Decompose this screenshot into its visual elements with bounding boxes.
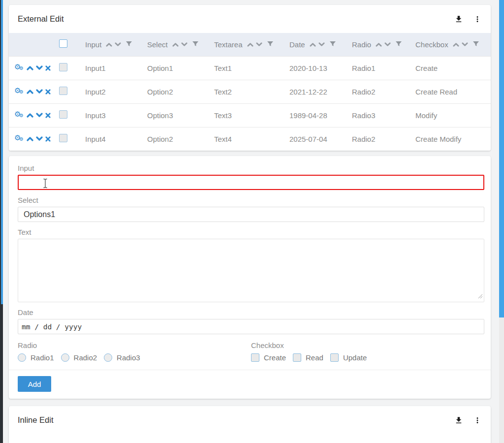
row-checkbox[interactable]: [59, 87, 67, 95]
column-label: Select: [147, 40, 168, 49]
data-table: Input Select: [9, 33, 491, 151]
row-check-cell: [55, 56, 81, 80]
resize-handle-icon[interactable]: [478, 292, 483, 301]
card-title: External Edit: [18, 14, 454, 24]
sort-up-icon[interactable]: [247, 42, 253, 47]
delete-icon[interactable]: [45, 136, 51, 142]
checkbox-create[interactable]: [251, 353, 259, 362]
move-up-icon[interactable]: [27, 136, 33, 141]
kebab-menu-icon[interactable]: [473, 15, 482, 24]
radio-radio3[interactable]: [104, 353, 112, 362]
left-scrollbar-thumb[interactable]: [1, 0, 3, 304]
settings-icon[interactable]: ⚙⚙: [14, 87, 24, 96]
move-down-icon[interactable]: [36, 136, 43, 141]
row-check-cell: [55, 103, 81, 127]
column-label: Input: [85, 40, 101, 49]
download-icon[interactable]: [454, 416, 463, 425]
column-label: Textarea: [214, 40, 243, 49]
cell-input: Input2: [81, 80, 143, 103]
cell-radio: Radio3: [348, 103, 411, 127]
settings-icon[interactable]: ⚙⚙: [14, 134, 24, 143]
kebab-menu-icon[interactable]: [473, 416, 482, 425]
date-field[interactable]: mm / dd / yyyy: [18, 319, 484, 334]
column-header-input: Input: [81, 33, 143, 56]
table-row: ⚙⚙ Input3 Option3 Text3 1989-04-28 Radio…: [9, 103, 491, 127]
filter-icon[interactable]: [267, 41, 273, 47]
sort-up-icon[interactable]: [310, 42, 316, 47]
sort-up-icon[interactable]: [172, 42, 179, 47]
checkbox-option-label: Update: [343, 353, 367, 362]
cell-date: 2025-07-04: [285, 127, 348, 151]
download-icon[interactable]: [454, 15, 463, 24]
add-form-card: Input Select Options1 Text: [9, 156, 491, 399]
delete-icon[interactable]: [45, 65, 51, 71]
right-scrollbar-thumb[interactable]: [499, 0, 504, 317]
move-down-icon[interactable]: [36, 89, 43, 94]
column-header-textarea: Textarea: [210, 33, 285, 56]
cell-textarea: Text1: [210, 56, 285, 80]
checkbox-update[interactable]: [330, 353, 339, 362]
date-placeholder: mm / dd / yyyy: [22, 323, 82, 331]
select-all-header: [55, 33, 81, 56]
sort-up-icon[interactable]: [106, 42, 112, 47]
column-header-select: Select: [143, 33, 210, 56]
column-header-date: Date: [285, 33, 348, 56]
select-all-checkbox[interactable]: [59, 39, 67, 48]
sort-down-icon[interactable]: [256, 42, 262, 47]
radio-group-label: Radio: [18, 341, 251, 349]
row-checkbox[interactable]: [59, 110, 67, 119]
checkbox-group-label: Checkbox: [251, 341, 484, 349]
cell-select: Option3: [143, 103, 210, 127]
cell-input: Input1: [81, 56, 143, 80]
sort-down-icon[interactable]: [115, 42, 121, 47]
sort-up-icon[interactable]: [376, 42, 382, 47]
table-row: ⚙⚙ Input2 Option2 Text2 2021-12-22 Radio…: [9, 80, 491, 103]
delete-icon[interactable]: [45, 113, 51, 118]
radio-radio2[interactable]: [61, 353, 69, 362]
filter-icon[interactable]: [126, 41, 132, 47]
sort-up-icon[interactable]: [453, 42, 459, 47]
text-cursor-icon: [42, 178, 48, 190]
move-down-icon[interactable]: [36, 113, 43, 118]
input-field[interactable]: [18, 175, 484, 190]
filter-icon[interactable]: [330, 41, 336, 47]
row-check-cell: [55, 127, 81, 151]
checkbox-option-label: Create: [264, 353, 286, 362]
move-down-icon[interactable]: [36, 65, 43, 70]
cell-checkbox: Modify: [411, 103, 491, 127]
delete-icon[interactable]: [45, 89, 51, 95]
content: External Edit: [9, 5, 491, 443]
checkbox-option-label: Read: [306, 353, 323, 362]
right-scrollbar-track[interactable]: [499, 0, 504, 443]
sort-down-icon[interactable]: [384, 42, 391, 47]
sort-down-icon[interactable]: [181, 42, 188, 47]
cell-date: 2020-10-13: [285, 56, 348, 80]
inline-edit-card: Inline Edit: [9, 406, 491, 443]
move-up-icon[interactable]: [27, 113, 33, 118]
filter-icon[interactable]: [192, 41, 198, 47]
add-button[interactable]: Add: [18, 376, 51, 392]
radio-option-label: Radio3: [117, 353, 140, 362]
filter-icon[interactable]: [473, 41, 479, 47]
checkbox-read[interactable]: [293, 353, 301, 362]
checkbox-group: Checkbox Create Read Update: [251, 341, 484, 362]
sort-down-icon[interactable]: [462, 42, 468, 47]
radio-radio1[interactable]: [18, 353, 26, 362]
filter-icon[interactable]: [396, 41, 402, 47]
radio-option-label: Radio2: [74, 353, 97, 362]
move-up-icon[interactable]: [27, 89, 33, 94]
table-row: ⚙⚙ Input4 Option2 Text4 2025-07-04 Radio…: [9, 127, 491, 151]
text-area[interactable]: [18, 239, 484, 302]
settings-icon[interactable]: ⚙⚙: [14, 111, 24, 120]
row-checkbox[interactable]: [59, 63, 67, 71]
row-checkbox[interactable]: [59, 134, 67, 142]
table-row: ⚙⚙ Input1 Option1 Text1 2020-10-13 Radio…: [9, 56, 491, 80]
move-up-icon[interactable]: [27, 65, 33, 70]
left-scrollbar-track[interactable]: [0, 0, 3, 443]
settings-icon[interactable]: ⚙⚙: [14, 63, 24, 72]
row-check-cell: [55, 80, 81, 103]
select-label: Select: [18, 196, 484, 204]
sort-down-icon[interactable]: [318, 42, 325, 47]
cell-checkbox: Create Read: [411, 80, 491, 103]
select-field[interactable]: Options1: [18, 207, 484, 222]
